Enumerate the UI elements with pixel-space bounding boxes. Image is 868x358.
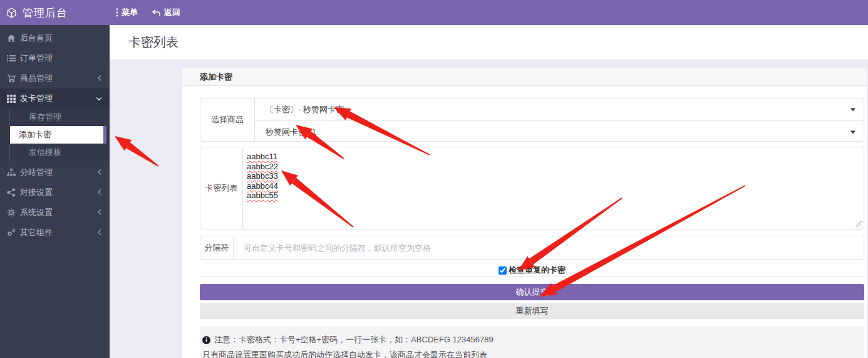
duplicate-check-label: 检查重复的卡密 — [509, 265, 566, 276]
sidebar-item-other-components[interactable]: 其它组件 — [0, 223, 110, 243]
chevron-left-icon — [97, 228, 102, 238]
page-title: 卡密列表 — [128, 34, 178, 51]
sidebar-subitem-add-card[interactable]: 添加卡密 — [10, 126, 106, 144]
cogs-icon — [7, 228, 16, 237]
caret-down-icon — [850, 108, 855, 111]
card-line: aabbc11 — [247, 152, 277, 161]
chevron-left-icon — [97, 208, 102, 218]
cube-logo-icon — [6, 8, 17, 18]
duplicate-check-checkbox[interactable] — [499, 266, 507, 275]
sidebar-item-orders[interactable]: 订单管理 — [0, 48, 110, 68]
note-line-1: 注意：卡密格式：卡号+空格+密码，一行一张卡，如：ABCDEFG 1234567… — [214, 334, 493, 345]
card-list-row: 卡密列表 aabbc11 aabbc22 aabbc33 aabbc44 aab… — [200, 147, 864, 229]
chevron-left-icon — [97, 74, 102, 83]
nodes-icon — [7, 188, 16, 197]
sitemap-icon — [7, 168, 16, 177]
sidebar-item-card-management[interactable]: 发卡管理 — [0, 88, 110, 108]
divider — [200, 276, 864, 277]
card-list-textarea[interactable]: aabbc11 aabbc22 aabbc33 aabbc44 aabbc55 — [243, 147, 864, 229]
textarea-resize-handle[interactable] — [855, 221, 862, 227]
note-line-2: 只有商品设置里面购买成功后的动作选择自动发卡，该商品才会显示在当前列表 — [202, 349, 864, 358]
sidebar-subitem-stock[interactable]: 库存管理 — [9, 108, 109, 126]
card-list-label: 卡密列表 — [200, 147, 243, 229]
sidebar-item-substation[interactable]: 分站管理 — [0, 162, 110, 182]
info-icon: i — [202, 336, 210, 344]
product-category-select[interactable]: 〔卡密〕- 秒赞网卡密 — [255, 98, 864, 120]
card-line: aabbc22 — [247, 162, 278, 171]
reply-arrow-icon — [152, 9, 161, 17]
back-button[interactable]: 返回 — [152, 7, 180, 18]
product-row: 选择商品 〔卡密〕- 秒赞网卡密 秒赞网卡密X1 — [200, 98, 864, 142]
separator-label: 分隔符 — [200, 236, 234, 259]
brand: 管理后台 — [6, 0, 68, 25]
app-title: 管理后台 — [23, 6, 68, 20]
vertical-dots-icon — [116, 8, 118, 17]
top-header-bar: 管理后台 菜单 返回 — [0, 0, 868, 25]
chevron-left-icon — [97, 188, 102, 197]
product-item-select[interactable]: 秒赞网卡密X1 — [255, 120, 864, 143]
note-box: i 注意：卡密格式：卡号+空格+密码，一行一张卡，如：ABCDEFG 12345… — [200, 326, 864, 358]
sidebar: 后台首页 订单管理 商品管理 — [0, 25, 110, 358]
chevron-down-icon — [96, 94, 102, 103]
main-content: 卡密列表 添加卡密 选择商品 〔卡密〕- 秒赞网卡密 秒赞网卡密X1 卡密列表 — [110, 25, 868, 358]
card-line: aabbc55 — [247, 191, 278, 200]
add-card-panel: 添加卡密 选择商品 〔卡密〕- 秒赞网卡密 秒赞网卡密X1 卡密列表 aab — [182, 68, 868, 358]
caret-down-icon — [850, 130, 855, 134]
submit-button[interactable]: 确认提交 — [200, 284, 864, 300]
separator-input[interactable] — [234, 236, 864, 259]
chevron-left-icon — [97, 168, 102, 177]
separator-row: 分隔符 — [200, 236, 864, 260]
home-icon — [7, 34, 16, 43]
sidebar-item-api-settings[interactable]: 对接设置 — [0, 182, 110, 203]
cart-icon — [7, 74, 16, 83]
panel-title: 添加卡密 — [200, 71, 232, 83]
reset-button[interactable]: 重新填写 — [200, 303, 864, 319]
menu-button[interactable]: 菜单 — [116, 7, 138, 18]
grid-icon — [7, 94, 16, 103]
product-row-label: 选择商品 — [200, 98, 255, 141]
card-management-submenu: 库存管理 添加卡密 发信模板 — [0, 108, 110, 161]
sidebar-item-products[interactable]: 商品管理 — [0, 68, 110, 88]
page-title-band: 卡密列表 — [110, 25, 868, 60]
sidebar-subitem-mail-template[interactable]: 发信模板 — [9, 144, 109, 161]
card-line: aabbc44 — [247, 181, 278, 191]
gear-icon — [7, 208, 16, 217]
panel-header: 添加卡密 — [182, 68, 867, 86]
card-line: aabbc33 — [247, 171, 278, 181]
list-icon — [7, 54, 16, 63]
sidebar-item-system-settings[interactable]: 系统设置 — [0, 203, 110, 223]
sidebar-item-dashboard[interactable]: 后台首页 — [0, 28, 110, 48]
duplicate-check-row: 检查重复的卡密 — [200, 265, 864, 276]
